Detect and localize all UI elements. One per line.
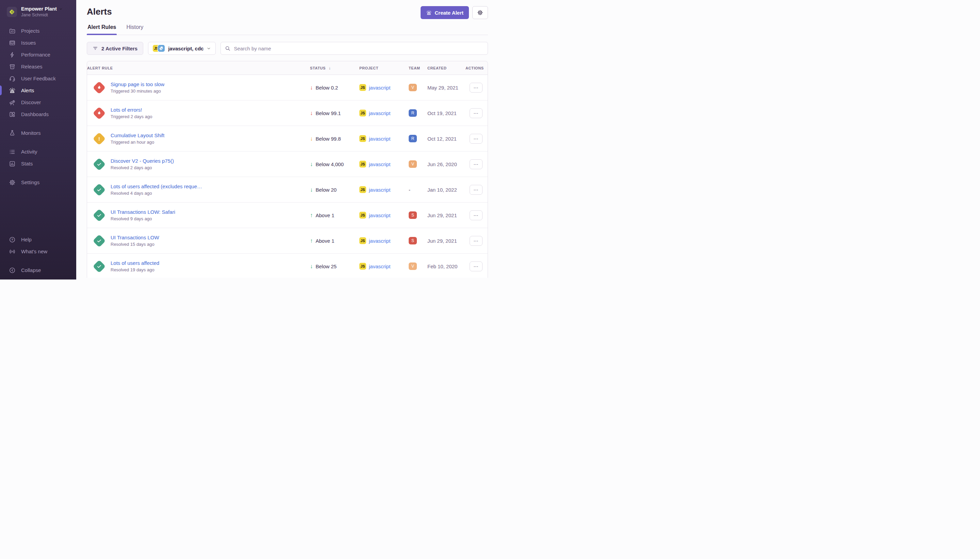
javascript-project-icon: JS xyxy=(359,212,366,218)
project-cell: JS javascript xyxy=(359,110,409,116)
column-header-alert-rule[interactable]: Alert Rule xyxy=(87,66,310,70)
alert-rule-subtitle: Resolved 2 days ago xyxy=(111,165,174,170)
tab-alert-rules[interactable]: Alert Rules xyxy=(87,24,117,35)
sidebar-item-projects[interactable]: Projects xyxy=(0,25,76,37)
sidebar-item-what-s-new[interactable]: What's new xyxy=(0,245,76,257)
actions-cell: … xyxy=(465,159,488,169)
row-actions-button[interactable]: … xyxy=(470,236,482,246)
flame-icon xyxy=(96,110,102,116)
column-header-team[interactable]: Team xyxy=(409,66,427,70)
created-date: Jun 26, 2020 xyxy=(427,161,465,167)
project-link[interactable]: javascript xyxy=(369,136,390,142)
sidebar-spacer xyxy=(0,188,76,233)
alert-settings-button[interactable] xyxy=(472,6,488,19)
team-cell: V xyxy=(409,263,427,270)
alert-rule-link[interactable]: Signup page is too slow xyxy=(111,81,164,87)
row-actions-button[interactable]: … xyxy=(470,83,482,93)
alert-rule-link[interactable]: UI Transactions LOW xyxy=(111,235,159,240)
column-header-status[interactable]: Status xyxy=(310,66,359,71)
alert-status-icon xyxy=(92,106,106,120)
project-cell: JS javascript xyxy=(359,161,409,167)
sidebar-item-monitors[interactable]: Monitors xyxy=(0,127,76,139)
status-value: Below 0.2 xyxy=(316,85,338,91)
status-cell: Below 4,000 xyxy=(310,161,359,167)
warning-exclamation-icon: ! xyxy=(98,136,100,141)
sidebar-item-releases[interactable]: Releases xyxy=(0,61,76,73)
nav-icon xyxy=(9,236,16,243)
column-header-created[interactable]: Created xyxy=(427,66,465,70)
siren-icon xyxy=(426,10,432,16)
nav-icon xyxy=(9,28,16,35)
org-logo xyxy=(7,7,17,17)
sidebar-item-performance[interactable]: Performance xyxy=(0,49,76,61)
row-actions-button[interactable]: … xyxy=(470,185,482,195)
column-header-project[interactable]: Project xyxy=(359,66,409,70)
project-link[interactable]: javascript xyxy=(369,212,390,218)
actions-cell: … xyxy=(465,108,488,118)
alert-rule-link[interactable]: UI Transactions LOW: Safari xyxy=(111,209,175,215)
sidebar-item-stats[interactable]: Stats xyxy=(0,158,76,170)
sidebar-item-issues[interactable]: Issues xyxy=(0,37,76,49)
created-date: Jan 10, 2022 xyxy=(427,187,465,193)
row-actions-button[interactable]: … xyxy=(470,108,482,118)
alert-rule-subtitle: Resolved 9 days ago xyxy=(111,216,175,221)
alert-rule-link[interactable]: Discover V2 - Queries p75() xyxy=(111,158,174,164)
sidebar-item-settings[interactable]: Settings xyxy=(0,176,76,188)
project-link[interactable]: javascript xyxy=(369,110,390,116)
row-actions-button[interactable]: … xyxy=(470,261,482,271)
active-filters-button[interactable]: 2 Active Filters xyxy=(87,42,143,55)
column-header-actions[interactable]: Actions xyxy=(465,66,488,70)
team-cell: S xyxy=(409,237,427,245)
team-badge: V xyxy=(409,84,417,91)
alert-rule-link[interactable]: Lots of errors! xyxy=(111,107,152,113)
row-actions-button[interactable]: … xyxy=(470,134,482,144)
project-link[interactable]: javascript xyxy=(369,85,390,91)
status-cell: Below 99.8 xyxy=(310,136,359,142)
created-date: Oct 19, 2021 xyxy=(427,110,465,116)
gear-icon xyxy=(477,10,483,16)
project-selector[interactable]: JS javascript, cdc xyxy=(148,42,216,55)
sidebar-item-help[interactable]: Help xyxy=(0,233,76,245)
project-link[interactable]: javascript xyxy=(369,161,390,167)
flame-icon xyxy=(96,85,102,91)
row-actions-button[interactable]: … xyxy=(470,210,482,220)
javascript-project-icon: JS xyxy=(359,84,366,91)
sidebar-item-discover[interactable]: Discover xyxy=(0,96,76,108)
row-actions-button[interactable]: … xyxy=(470,159,482,169)
nav-item-label: Dashboards xyxy=(21,111,49,117)
search-input[interactable] xyxy=(221,42,488,55)
project-link[interactable]: javascript xyxy=(369,187,390,193)
table-row: Signup page is too slow Triggered 30 min… xyxy=(87,75,488,101)
python-project-icon xyxy=(158,45,165,52)
table-header-row: Alert Rule Status Project Team xyxy=(87,61,488,75)
alert-rule-link[interactable]: Lots of users affected xyxy=(111,260,159,266)
sidebar-item-activity[interactable]: Activity xyxy=(0,146,76,158)
table-row: UI Transactions LOW: Safari Resolved 9 d… xyxy=(87,203,488,228)
status-cell: Below 0.2 xyxy=(310,85,359,91)
alert-rule-link[interactable]: Lots of users affected (excludes reque… xyxy=(111,184,202,189)
org-switcher[interactable]: Empower Plant Jane Schmidt xyxy=(0,0,76,17)
alert-rule-cell: Signup page is too slow Triggered 30 min… xyxy=(87,81,310,94)
sidebar-item-alerts[interactable]: Alerts xyxy=(0,84,76,96)
nav-icon xyxy=(9,75,16,82)
sidebar-item-collapse[interactable]: Collapse xyxy=(0,264,76,276)
javascript-project-icon: JS xyxy=(359,237,366,244)
status-cell: Below 20 xyxy=(310,187,359,193)
alert-rule-link[interactable]: Cumulative Layout Shift xyxy=(111,132,164,138)
team-badge: V xyxy=(409,263,417,270)
alert-rule-text: Discover V2 - Queries p75() Resolved 2 d… xyxy=(111,158,174,170)
project-link[interactable]: javascript xyxy=(369,263,390,269)
filter-icon xyxy=(92,46,98,51)
nav-item-label: Settings xyxy=(21,179,40,185)
sidebar-item-dashboards[interactable]: Dashboards xyxy=(0,108,76,120)
nav-icon xyxy=(9,87,16,94)
tab-label: Alert Rules xyxy=(87,24,116,30)
actions-cell: … xyxy=(465,185,488,195)
alert-rule-subtitle: Resolved 4 days ago xyxy=(111,191,202,196)
sidebar-item-user-feedback[interactable]: User Feedback xyxy=(0,73,76,84)
project-cell: JS javascript xyxy=(359,186,409,193)
alert-rule-cell: Lots of errors! Triggered 2 days ago xyxy=(87,106,310,120)
project-link[interactable]: javascript xyxy=(369,238,390,244)
tab-history[interactable]: History xyxy=(125,24,144,35)
create-alert-button[interactable]: Create Alert xyxy=(421,6,469,19)
